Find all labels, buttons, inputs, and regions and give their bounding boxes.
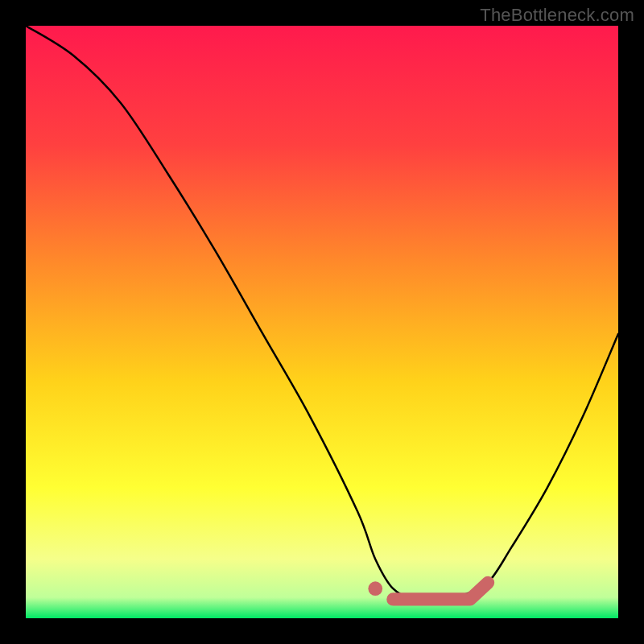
bottleneck-curve — [26, 26, 618, 601]
marker-group — [368, 581, 488, 599]
chart-container: TheBottleneck.com — [0, 0, 644, 644]
curve-layer — [26, 26, 618, 618]
optimal-range — [393, 583, 488, 600]
plot-area — [26, 26, 618, 618]
optimal-dot — [368, 581, 382, 596]
watermark-text: TheBottleneck.com — [480, 5, 634, 26]
